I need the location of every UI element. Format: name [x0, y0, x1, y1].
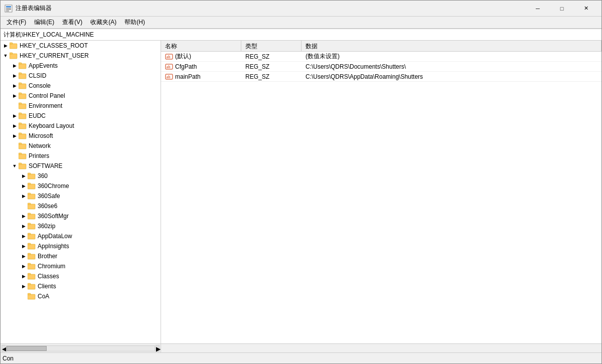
tree-item-chromium[interactable]: ▶ Chromium — [1, 261, 161, 271]
menu-favorites[interactable]: 收藏夹(A) — [86, 17, 120, 28]
tree-item-360[interactable]: ▶ 360 — [1, 171, 161, 181]
expander-360safe[interactable]: ▶ — [20, 192, 28, 200]
expander-360zip[interactable]: ▶ — [20, 222, 28, 230]
svg-rect-7 — [10, 54, 17, 59]
label-controlpanel: Control Panel — [28, 92, 65, 99]
name-default: (默认) — [175, 52, 191, 61]
tree-item-eudc[interactable]: ▶ EUDC — [1, 111, 161, 121]
scroll-right-btn[interactable]: ▶ — [156, 345, 160, 352]
svg-text:ab: ab — [167, 55, 171, 59]
menu-view[interactable]: 查看(V) — [58, 17, 86, 28]
tree-item-hkcr[interactable]: ▶ HKEY_CLASSES_ROOT — [1, 41, 161, 51]
expander-controlpanel[interactable]: ▶ — [11, 92, 19, 100]
tree-item-controlpanel[interactable]: ▶ Control Panel — [1, 91, 161, 101]
svg-rect-36 — [28, 193, 31, 195]
expander-hkcr[interactable]: ▶ — [2, 42, 10, 50]
cell-name-mainpath: ab mainPath — [161, 72, 241, 82]
svg-rect-17 — [19, 104, 26, 109]
reg-row-mainpath[interactable]: ab mainPath REG_SZ C:\Users\QDRS\AppData… — [161, 72, 601, 82]
expander-brother[interactable]: ▶ — [20, 252, 28, 260]
label-appinsights: AppInsights — [37, 243, 69, 250]
expander-clsid[interactable]: ▶ — [11, 72, 19, 80]
menu-edit[interactable]: 编辑(E) — [30, 17, 58, 28]
tree-item-360se6[interactable]: 360se6 — [1, 201, 161, 211]
expander-classes[interactable]: ▶ — [20, 272, 28, 280]
expander-360chrome[interactable]: ▶ — [20, 182, 28, 190]
reg-row-default[interactable]: ab (默认) REG_SZ (数值未设置) — [161, 52, 601, 62]
svg-rect-35 — [28, 194, 35, 199]
expander-software[interactable]: ▼ — [11, 162, 19, 170]
tree-item-classes[interactable]: ▶ Classes — [1, 271, 161, 281]
tree-panel: ▶ HKEY_CLASSES_ROOT ▼ — [1, 41, 161, 343]
tree-item-360softmgr[interactable]: ▶ 360SoftMgr — [1, 211, 161, 221]
expander-hkcu[interactable]: ▼ — [2, 52, 10, 60]
tree-item-environment[interactable]: Environment — [1, 101, 161, 111]
label-brother: Brother — [37, 253, 57, 260]
svg-rect-13 — [19, 84, 26, 89]
tree-item-software[interactable]: ▼ SOFTWARE — [1, 161, 161, 171]
tree-item-360chrome[interactable]: ▶ 360Chrome — [1, 181, 161, 191]
tree-item-360zip[interactable]: ▶ 360zip — [1, 221, 161, 231]
svg-rect-34 — [28, 183, 31, 185]
tree-item-microsoft[interactable]: ▶ Microsoft — [1, 131, 161, 141]
scroll-left-btn[interactable]: ◀ — [2, 345, 6, 352]
svg-rect-43 — [28, 234, 35, 239]
tree-item-network[interactable]: Network — [1, 141, 161, 151]
svg-rect-47 — [28, 254, 35, 259]
expander-clients[interactable]: ▶ — [20, 282, 28, 290]
header-type[interactable]: 类型 — [241, 41, 302, 52]
header-data[interactable]: 数据 — [302, 41, 601, 52]
expander-chromium[interactable]: ▶ — [20, 262, 28, 270]
label-360: 360 — [37, 172, 48, 179]
menu-file[interactable]: 文件(F) — [3, 17, 30, 28]
expander-360[interactable]: ▶ — [20, 172, 28, 180]
tree-item-brother[interactable]: ▶ Brother — [1, 251, 161, 261]
svg-rect-37 — [28, 204, 35, 209]
close-button[interactable]: ✕ — [574, 2, 597, 16]
svg-rect-40 — [28, 213, 31, 215]
tree-item-appdatalow[interactable]: ▶ AppDataLow — [1, 231, 161, 241]
reg-row-cfgpath[interactable]: ab CfgPath REG_SZ C:\Users\QDRS\Document… — [161, 62, 601, 72]
h-scroll-thumb[interactable] — [7, 346, 47, 351]
expander-360softmgr[interactable]: ▶ — [20, 212, 28, 220]
svg-rect-14 — [19, 83, 22, 84]
tree-item-console[interactable]: ▶ Console — [1, 81, 161, 91]
tree-item-appinsights[interactable]: ▶ AppInsights — [1, 241, 161, 251]
svg-rect-2 — [6, 8, 11, 9]
minimize-button[interactable]: ─ — [526, 2, 549, 16]
menu-help[interactable]: 帮助(H) — [120, 17, 149, 28]
expander-eudc[interactable]: ▶ — [11, 112, 19, 120]
tree-item-keyboardlayout[interactable]: ▶ Keyboard Layout — [1, 121, 161, 131]
expander-appevents[interactable]: ▶ — [11, 62, 19, 70]
cell-type-mainpath: REG_SZ — [241, 72, 302, 82]
label-keyboardlayout: Keyboard Layout — [28, 122, 74, 129]
tree-item-printers[interactable]: Printers — [1, 151, 161, 161]
expander-console[interactable]: ▶ — [11, 82, 19, 90]
folder-icon-software — [19, 162, 27, 169]
title-bar: 注册表编辑器 ─ □ ✕ — [1, 1, 601, 17]
address-path: 计算机\HKEY_LOCAL_MACHINE — [4, 31, 94, 39]
expander-appdatalow[interactable]: ▶ — [20, 232, 28, 240]
tree-item-appevents[interactable]: ▶ AppEvents — [1, 61, 161, 71]
label-chromium: Chromium — [37, 263, 65, 270]
label-hkcr: HKEY_CLASSES_ROOT — [19, 42, 88, 49]
label-clients: Clients — [37, 283, 56, 290]
tree-item-clsid[interactable]: ▶ CLSID — [1, 71, 161, 81]
tree-item-clients[interactable]: ▶ Clients — [1, 281, 161, 291]
svg-rect-31 — [28, 174, 35, 179]
menu-bar: 文件(F) 编辑(E) 查看(V) 收藏夹(A) 帮助(H) — [1, 17, 601, 29]
header-name[interactable]: 名称 — [161, 41, 241, 52]
tree-item-coa[interactable]: CoA — [1, 291, 161, 301]
maximize-button[interactable]: □ — [550, 2, 573, 16]
expander-microsoft[interactable]: ▶ — [11, 132, 19, 140]
right-panel: 名称 类型 数据 ab (默认) REG_SZ (数值未设置) — [161, 41, 601, 343]
svg-rect-30 — [19, 163, 22, 164]
tree-item-hkcu[interactable]: ▼ HKEY_CURRENT_USER — [1, 51, 161, 61]
expander-keyboardlayout[interactable]: ▶ — [11, 122, 19, 130]
svg-rect-45 — [28, 244, 35, 249]
reg-value-icon-mainpath: ab — [165, 73, 173, 80]
folder-icon-eudc — [19, 112, 27, 119]
tree-item-360safe[interactable]: ▶ 360Safe — [1, 191, 161, 201]
expander-appinsights[interactable]: ▶ — [20, 242, 28, 250]
svg-rect-54 — [28, 283, 31, 285]
